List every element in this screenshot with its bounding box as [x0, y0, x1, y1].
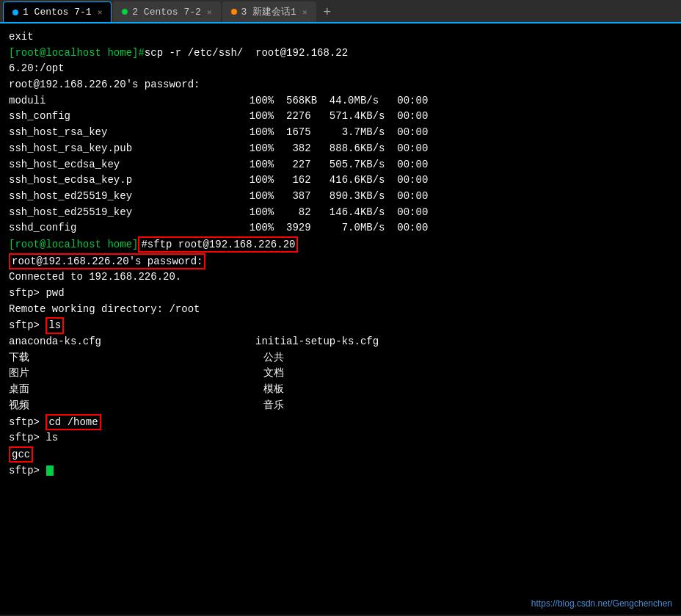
gcc-box: gcc	[9, 446, 33, 463]
line-ecdsa: ssh_host_ecdsa_key 100% 227 505.7KB/s 00…	[9, 157, 672, 173]
cd-home-box: cd /home	[45, 414, 101, 430]
line-ssh-config: ssh_config 100% 2276 571.4KB/s 00:00	[9, 109, 672, 125]
tab-3-close[interactable]: ✕	[302, 7, 307, 17]
line-rsa: ssh_host_rsa_key 100% 1675 3.7MB/s 00:00	[9, 125, 672, 141]
line-ls-4: 桌面 模板	[9, 382, 672, 398]
line-cd-home: sftp> cd /home	[9, 414, 672, 431]
tab-3[interactable]: 3 新建会话1 ✕	[222, 1, 316, 22]
line-ed25519-2: ssh_host_ed25519_key 100% 82 146.4KB/s 0…	[9, 205, 672, 221]
cursor-block	[46, 465, 54, 476]
ls-cmd-box: ls	[45, 317, 64, 333]
line-remote-dir: Remote working directory: /root	[9, 302, 672, 318]
line-ls-3: 图片 文档	[9, 366, 672, 382]
line-moduli: moduli 100% 568KB 44.0MB/s 00:00	[9, 93, 672, 109]
line-rsa-pub: ssh_host_rsa_key.pub 100% 382 888.6KB/s …	[9, 141, 672, 157]
line-gcc: gcc	[9, 446, 672, 463]
line-ecdsa-p: ssh_host_ecdsa_key.p 100% 162 416.6KB/s …	[9, 173, 672, 189]
line-sftp-cmd: [root@localhost home]#sftp root@192.168.…	[9, 236, 672, 253]
line-sftp-cursor: sftp>	[9, 463, 672, 479]
line-pw2: root@192.168.226.20's password:	[9, 253, 672, 270]
line-ls2-cmd: sftp> ls	[9, 430, 672, 446]
password-box: root@192.168.226.20's password:	[9, 253, 205, 269]
directory-word: directory	[101, 303, 157, 315]
line-ls-5: 视频 音乐	[9, 398, 672, 414]
tab-1-dot	[12, 10, 18, 15]
tab-1-label: 1 Centos 7-1	[23, 7, 92, 18]
line-ls-1: anaconda-ks.cfg initial-setup-ks.cfg	[9, 334, 672, 350]
line-pw1: root@192.168.226.20's password:	[9, 77, 672, 93]
line-ls-cmd: sftp> ls	[9, 317, 672, 334]
tab-2-label: 2 Centos 7-2	[132, 7, 201, 18]
line-sshd: sshd_config 100% 3929 7.0MB/s 00:00	[9, 220, 672, 236]
terminal-area[interactable]: exit [root@localhost home]#scp -r /etc/s…	[0, 23, 681, 615]
line-ls-2: 下载 公共	[9, 350, 672, 366]
line-opt: 6.20:/opt	[9, 61, 672, 77]
line-exit: exit	[9, 29, 672, 46]
tab-3-dot	[231, 9, 237, 15]
tab-1[interactable]: 1 Centos 7-1 ✕	[3, 1, 112, 22]
watermark: https://blog.csdn.net/Gengchenchen	[531, 598, 672, 609]
tab-2-dot	[122, 9, 128, 15]
tab-2-close[interactable]: ✕	[207, 7, 212, 17]
line-ed25519: ssh_host_ed25519_key 100% 387 890.3KB/s …	[9, 189, 672, 205]
sftp-cmd-box: #sftp root@192.168.226.20	[138, 236, 298, 253]
line-scp-cmd: [root@localhost home]#scp -r /etc/ssh/ r…	[9, 46, 672, 62]
line-pwd-cmd: sftp> pwd	[9, 286, 672, 302]
line-connected: Connected to 192.168.226.20.	[9, 269, 672, 286]
tab-2[interactable]: 2 Centos 7-2 ✕	[113, 1, 220, 22]
tab-bar: 1 Centos 7-1 ✕ 2 Centos 7-2 ✕ 3 新建会话1 ✕ …	[0, 0, 681, 23]
add-tab-button[interactable]: +	[318, 1, 338, 22]
tab-3-label: 3 新建会话1	[241, 5, 296, 18]
tab-1-close[interactable]: ✕	[98, 7, 103, 17]
